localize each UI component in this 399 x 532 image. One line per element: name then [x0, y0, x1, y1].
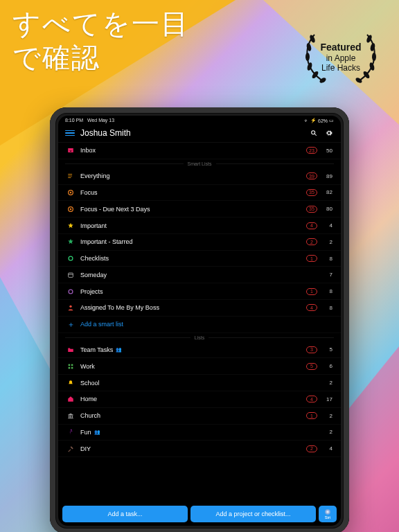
- lists-label: Fun 👥: [80, 429, 317, 436]
- inbox-count: 50: [323, 148, 332, 154]
- folder-icon: [66, 346, 75, 354]
- lists-count: 17: [323, 396, 332, 402]
- wifi-icon: ᯤ: [304, 118, 309, 123]
- home-icon: [66, 395, 75, 403]
- lists-label: Church: [80, 412, 301, 419]
- lists-label: Work: [80, 363, 301, 370]
- bank-icon: [66, 411, 75, 420]
- lists-badge: 5: [306, 363, 317, 370]
- battery-icon: ▭: [329, 118, 334, 123]
- people-icon: 👥: [94, 429, 100, 435]
- smart-label: Assigned To Me By My Boss: [80, 304, 301, 311]
- siri-icon: [325, 509, 330, 515]
- lists-count: 2: [323, 429, 332, 435]
- app-header: Joshua Smith: [58, 124, 341, 143]
- inbox-badge: 23: [306, 147, 317, 154]
- lists-row-5[interactable]: Fun 👥2: [58, 425, 341, 441]
- svg-rect-34: [71, 367, 73, 369]
- lists-label: Team Tasks 👥: [80, 346, 301, 353]
- lists-badge: 1: [306, 412, 317, 419]
- smart-row-5[interactable]: Checklists18: [58, 251, 341, 267]
- smart-row-3[interactable]: Important44: [58, 218, 341, 234]
- svg-point-7: [305, 53, 310, 61]
- lists-row-2[interactable]: School2: [58, 375, 341, 391]
- lists-count: 2: [323, 413, 332, 419]
- smart-badge: 1: [306, 255, 317, 262]
- smart-row-8[interactable]: Assigned To Me By My Boss48: [58, 300, 341, 317]
- ipad-frame: 8:10 PM Wed May 13 ᯤ ⚡ 62% ▭ Joshua Smit…: [50, 107, 349, 532]
- svg-point-29: [69, 290, 73, 294]
- add-task-button[interactable]: Add a task...: [62, 506, 188, 522]
- star-icon: [66, 222, 75, 230]
- bottom-bar: Add a task... Add a project or checklist…: [58, 502, 341, 526]
- list-icon: [66, 172, 75, 180]
- lists-count: 4: [323, 445, 332, 452]
- svg-line-18: [314, 134, 317, 136]
- inbox-label: Inbox: [80, 147, 301, 154]
- lists-label: School: [80, 380, 317, 387]
- svg-rect-31: [69, 364, 71, 366]
- laurel-line1: Featured: [320, 42, 361, 53]
- svg-point-10: [319, 77, 327, 84]
- smart-badge: 39: [306, 172, 317, 179]
- circle-icon: [66, 287, 75, 296]
- lists-count: 6: [323, 363, 332, 369]
- smart-row-1[interactable]: Focus3582: [58, 185, 341, 202]
- smart-row-7[interactable]: Projects18: [58, 283, 341, 300]
- featured-badge: Featured in Apple Life Hacks: [299, 26, 382, 89]
- add-project-button[interactable]: Add a project or checklist...: [190, 506, 316, 522]
- status-battery: 62%: [318, 118, 328, 123]
- lists-count: 2: [323, 380, 332, 386]
- svg-point-35: [71, 429, 72, 431]
- smart-row-4[interactable]: Important - Starred22: [58, 234, 341, 251]
- smart-label: Focus: [80, 189, 301, 196]
- lists-row-1[interactable]: Work56: [58, 358, 341, 375]
- grid-icon: [66, 362, 75, 371]
- list-row-inbox[interactable]: Inbox 23 50: [58, 143, 341, 159]
- smart-badge: 35: [306, 189, 317, 196]
- smart-label: Checklists: [80, 255, 301, 262]
- run-icon: [66, 428, 75, 436]
- add-smart-list-button[interactable]: ＋ Add a smart list: [58, 317, 341, 333]
- headline-text: すべてを一目 で確認: [12, 7, 190, 75]
- gear-icon[interactable]: [324, 128, 334, 138]
- lists-row-4[interactable]: Church12: [58, 408, 341, 425]
- svg-rect-33: [69, 367, 71, 369]
- person-icon: [66, 303, 75, 312]
- lists-badge: 2: [306, 445, 317, 452]
- smart-row-2[interactable]: Focus - Due Next 3 Days3580: [58, 201, 341, 218]
- svg-point-30: [69, 305, 71, 308]
- smart-count: 8: [323, 256, 332, 262]
- search-icon[interactable]: [309, 128, 319, 138]
- inbox-icon: [66, 146, 75, 154]
- svg-point-23: [70, 192, 72, 194]
- user-title[interactable]: Joshua Smith: [80, 128, 303, 138]
- smart-row-0[interactable]: Everything3989: [58, 168, 341, 185]
- smart-count: 7: [323, 272, 332, 278]
- section-lists: Lists: [58, 333, 341, 342]
- smart-label: Everything: [80, 172, 301, 179]
- lists-row-0[interactable]: Team Tasks 👥35: [58, 342, 341, 359]
- smart-row-6[interactable]: Someday7: [58, 267, 341, 283]
- svg-point-26: [69, 256, 73, 260]
- svg-point-16: [355, 77, 363, 84]
- siri-button[interactable]: Siri: [319, 506, 337, 522]
- smart-count: 4: [323, 222, 332, 229]
- plus-icon: ＋: [66, 320, 75, 328]
- lists-label: Home: [80, 396, 301, 402]
- smart-label: Important: [80, 222, 301, 229]
- lists-row-6[interactable]: DIY24: [58, 441, 341, 457]
- smart-badge: 2: [306, 238, 317, 245]
- lists-row-3[interactable]: Home417: [58, 391, 341, 408]
- app-screen: 8:10 PM Wed May 13 ᯤ ⚡ 62% ▭ Joshua Smit…: [58, 116, 341, 526]
- svg-point-25: [70, 208, 72, 210]
- laurel-line2: in Apple: [320, 53, 361, 63]
- smart-count: 8: [323, 305, 332, 311]
- lists-count: 5: [323, 346, 332, 353]
- smart-label: Someday: [80, 272, 317, 278]
- target-icon: [66, 188, 75, 197]
- smart-count: 89: [323, 173, 332, 179]
- svg-rect-20: [68, 176, 72, 177]
- menu-icon[interactable]: [65, 130, 75, 136]
- circle-icon: [66, 254, 75, 263]
